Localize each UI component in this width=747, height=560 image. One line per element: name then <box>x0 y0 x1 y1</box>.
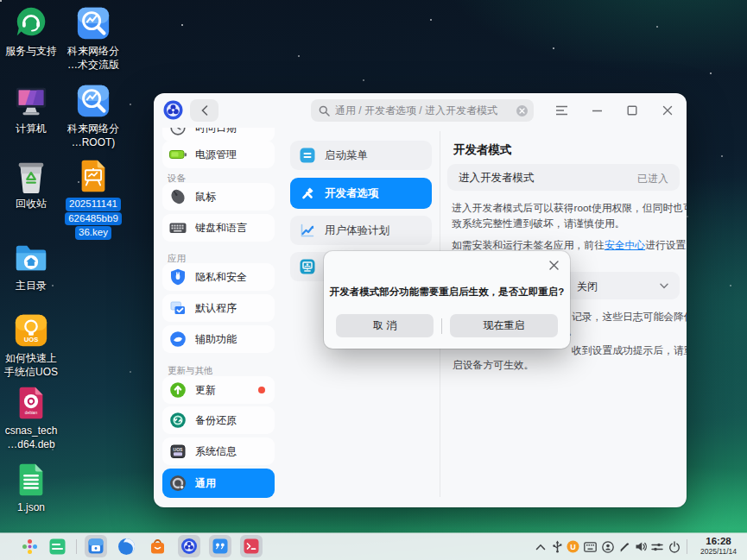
uos-badge-icon: U <box>567 540 579 553</box>
json-file-icon <box>13 462 49 498</box>
trend-chart-icon <box>299 222 316 239</box>
nav-item-boot-menu[interactable]: 启动菜单 <box>290 141 432 170</box>
close-window-button[interactable] <box>661 104 674 117</box>
desktop-icon-json-file[interactable]: 1.json <box>3 462 59 514</box>
tray-expand-button[interactable] <box>534 540 547 553</box>
taskbar-app-file-manager[interactable] <box>85 535 107 557</box>
dialog-buttons: 取 消 现在重启 <box>336 314 558 337</box>
computer-icon <box>13 83 49 119</box>
nav-item-user-experience[interactable]: 用户体验计划 <box>290 216 432 245</box>
sidebar-item-sysinfo[interactable]: UOS 系统信息 <box>162 437 275 465</box>
back-button[interactable] <box>190 99 218 122</box>
taskbar-clock[interactable]: 16:28 2025/11/14 <box>693 536 744 556</box>
sidebar-item-accessibility[interactable]: 辅助功能 <box>162 325 275 353</box>
desktop-icon-label: 1.json <box>17 500 45 514</box>
chevron-up-icon <box>535 544 546 551</box>
backup-restore-icon <box>168 411 187 430</box>
chevron-down-icon <box>660 283 668 289</box>
desktop-icon-label: 计算机 <box>16 122 47 135</box>
desktop: 服务与支持 计算机 回收站 主目录 <box>0 0 747 560</box>
nav-item-developer-options[interactable]: 开发者选项 <box>290 178 432 209</box>
update-icon <box>168 381 187 400</box>
desktop-icon-colasoft-tech[interactable]: 科来网络分…术交流版 <box>66 5 121 72</box>
cancel-button[interactable]: 取 消 <box>336 314 434 337</box>
desktop-icon-label: 主目录 <box>16 279 47 293</box>
tray-performance-icon[interactable] <box>650 540 663 553</box>
desktop-icon-deb-file[interactable]: debian csnas_tech…d64.deb <box>3 385 59 451</box>
sidebar-item-keyboard[interactable]: 键盘和语言 <box>162 214 275 242</box>
sidebar-item-general[interactable]: 通用 <box>162 469 275 498</box>
nav-item-label: 开发者选项 <box>325 186 379 201</box>
clock-time: 16:28 <box>693 536 744 547</box>
sidebar-item-backup[interactable]: 备份还原 <box>162 406 275 434</box>
taskbar-app-text-editor[interactable] <box>209 535 231 557</box>
hint-suffix: 进行设置。 <box>645 239 687 251</box>
tray-volume-icon[interactable] <box>634 540 647 553</box>
taskbar-separator <box>76 539 77 554</box>
search-icon <box>319 105 330 116</box>
desktop-icon-key-file[interactable]: 202511141 626485bb9 36.key <box>66 158 121 240</box>
default-apps-icon <box>168 299 187 318</box>
colasoft-analyzer-icon <box>75 83 111 119</box>
restart-now-button[interactable]: 现在重启 <box>450 314 558 337</box>
enter-developer-mode-row[interactable]: 进入开发者模式 已进入 <box>447 164 680 191</box>
desktop-icon-home-dir[interactable]: 主目录 <box>3 240 59 293</box>
desktop-icon-label-selected: 202511141 626485bb9 36.key <box>65 197 122 240</box>
launcher-icon[interactable] <box>21 538 39 556</box>
desktop-icon-computer[interactable]: 计算机 <box>3 83 59 135</box>
mouse-icon <box>168 187 187 206</box>
sidebar-item-label: 备份还原 <box>195 413 237 428</box>
maximize-button[interactable] <box>625 104 639 117</box>
sidebar-item-power[interactable]: 电源管理 <box>162 141 275 168</box>
dialog-message: 开发者模式部分功能需要重启后生效，是否立即重启? <box>324 286 570 299</box>
sidebar-item-label: 系统信息 <box>195 444 237 459</box>
usb-icon <box>552 540 563 553</box>
close-icon <box>519 108 525 114</box>
search-text: 通用 / 开发者选项 / 进入开发者模式 <box>335 104 516 118</box>
tray-uos-id-icon[interactable]: U <box>567 540 579 553</box>
svg-text:UOS: UOS <box>24 336 39 343</box>
sidebar-item-update[interactable]: 更新 <box>162 376 275 404</box>
search-input[interactable]: 通用 / 开发者选项 / 进入开发者模式 <box>311 99 534 122</box>
minimize-icon <box>592 105 603 116</box>
tray-assistant-icon[interactable] <box>601 540 614 553</box>
window-controls <box>554 93 674 128</box>
tray-pen-icon[interactable] <box>618 540 631 553</box>
taskbar-app-terminal[interactable] <box>240 535 263 557</box>
settings-sidebar: 时间日期 电源管理 设备 鼠标 键盘和语言 应用 <box>154 128 283 507</box>
dialog-close-button[interactable] <box>548 259 560 271</box>
keyboard-icon <box>584 542 597 552</box>
multitasking-view-icon[interactable] <box>48 538 66 556</box>
maximize-icon <box>627 105 637 116</box>
desktop-icon-uos-guide[interactable]: UOS 如何快速上手统信UOS <box>3 312 59 379</box>
tray-power-icon[interactable] <box>668 540 681 553</box>
recycle-bin-icon <box>13 158 49 194</box>
menu-button[interactable] <box>554 104 568 117</box>
svg-text:UOS: UOS <box>174 447 184 452</box>
security-center-link[interactable]: 安全中心 <box>605 239 645 251</box>
clock-icon <box>168 128 187 137</box>
restart-dialog: 开发者模式部分功能需要重启后生效，是否立即重启? 取 消 现在重启 <box>324 251 570 349</box>
sidebar-item-datetime[interactable]: 时间日期 <box>162 128 275 142</box>
desktop-icon-colasoft-root[interactable]: 科来网络分…ROOT) <box>66 83 121 149</box>
browser-icon[interactable] <box>117 538 136 556</box>
sidebar-item-mouse[interactable]: 鼠标 <box>162 183 275 211</box>
tray-input-method-icon[interactable] <box>584 540 597 553</box>
terminal-icon <box>243 538 260 555</box>
svg-text:debian: debian <box>25 411 38 415</box>
restart-hint-fragment: 收到设置成功提示后，请重 <box>572 343 687 358</box>
sidebar-item-label: 辅助功能 <box>195 332 237 347</box>
taskbar-app-control-center[interactable] <box>178 535 200 557</box>
sidebar-item-privacy[interactable]: 隐私和安全 <box>162 263 275 291</box>
hamburger-menu-icon <box>555 105 568 116</box>
search-clear-button[interactable] <box>516 105 528 116</box>
desktop-icon-recycle-bin[interactable]: 回收站 <box>3 158 59 211</box>
app-store-icon[interactable] <box>149 538 167 556</box>
desktop-icon-label: 服务与支持 <box>5 44 57 58</box>
minimize-button[interactable] <box>590 104 604 117</box>
sidebar-item-default-apps[interactable]: 默认程序 <box>162 294 275 322</box>
tray-usb-icon[interactable] <box>551 540 564 553</box>
sidebar-item-label: 默认程序 <box>195 301 237 316</box>
sidebar-item-label: 更新 <box>195 383 216 398</box>
desktop-icon-service-support[interactable]: 服务与支持 <box>3 5 59 58</box>
